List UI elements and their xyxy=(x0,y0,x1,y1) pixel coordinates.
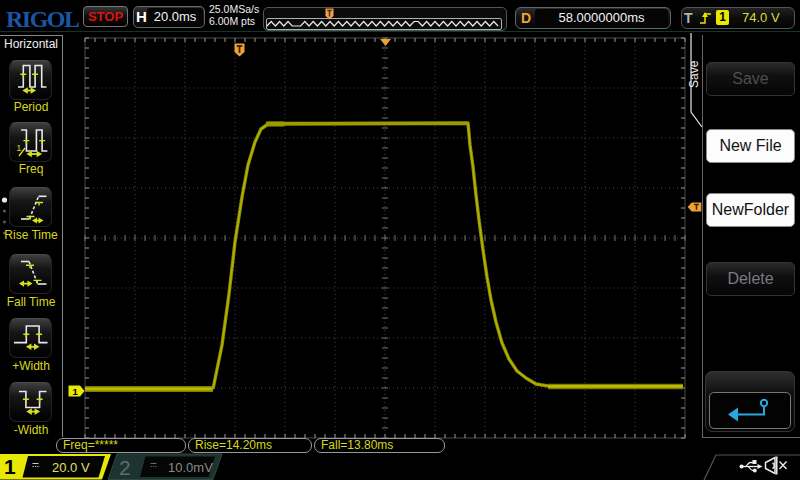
svg-text:2: 2 xyxy=(119,456,131,479)
svg-text:1: 1 xyxy=(4,455,16,478)
svg-text:10.0mV: 10.0mV xyxy=(168,460,213,475)
svg-text:1: 1 xyxy=(73,386,79,397)
svg-text:20.0 V: 20.0 V xyxy=(52,460,90,475)
svg-text:1: 1 xyxy=(17,143,22,153)
